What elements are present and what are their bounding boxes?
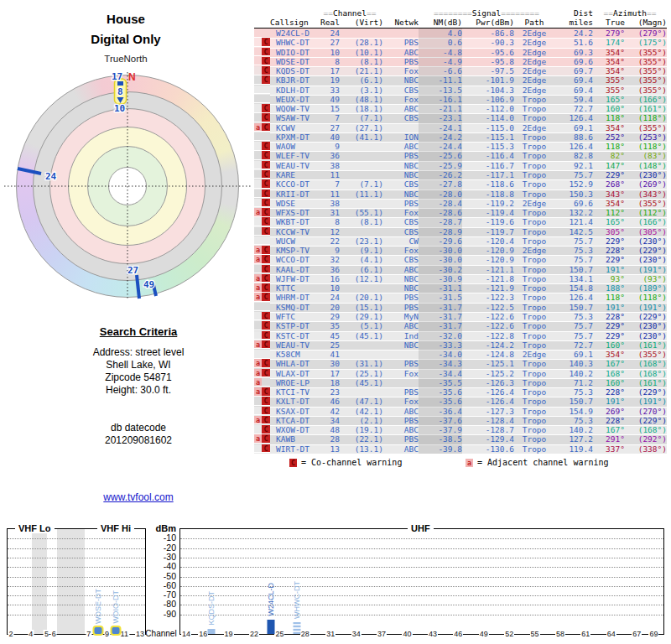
table-row: aCKTCA-DT34(2.1)PBS-37.6-128.4Tropo75.32… xyxy=(254,416,667,425)
signal-group-header: ========Signal======== xyxy=(419,8,554,18)
adjacent-warning-mark xyxy=(254,66,262,75)
adjacent-warning-mark xyxy=(254,75,262,85)
dbm-axis-title: dBm xyxy=(146,523,176,533)
vhf-gap-band-1 xyxy=(32,529,47,634)
adjacent-warning-mark: a xyxy=(254,274,262,283)
adjacent-warning-mark xyxy=(254,217,262,226)
network-cell: ABC xyxy=(383,444,419,454)
dbm-gridline xyxy=(180,586,663,587)
co-channel-warning-mark: C xyxy=(262,407,270,416)
uhf-band-label: UHF xyxy=(408,523,434,533)
tvfool-link[interactable]: www.tvfool.com xyxy=(59,491,218,503)
channel-group-header: ==Channel== xyxy=(316,8,383,18)
vhf-gap-band-2 xyxy=(57,529,85,634)
dbm-tick-label: -10 xyxy=(146,532,176,543)
adjacent-warning-mark: a xyxy=(254,208,262,217)
co-channel-warning-mark: C xyxy=(262,104,270,113)
channel-axis-label: Channel xyxy=(144,629,178,638)
table-row: aCWLAX-DT17(25.1)Fox-34.4-125.2Tropo140.… xyxy=(254,369,667,378)
table-row: CWQOW-TV15(18.1)ABC-21.1-112.0Tropo72.71… xyxy=(254,104,667,113)
adjacent-warning-mark xyxy=(254,38,262,47)
polar-channel-10-label: 10 xyxy=(114,103,125,114)
co-channel-warning-mark: C xyxy=(262,48,270,57)
polar-channel-8-label: 8 xyxy=(117,86,123,97)
dbm-gridline xyxy=(8,595,145,596)
co-channel-warning-mark: C xyxy=(262,179,270,189)
co-channel-warning-mark: C xyxy=(262,283,270,293)
channel-tick-label: 6 xyxy=(51,630,57,639)
co-channel-warning-mark: C xyxy=(262,387,270,397)
signal-table: ==Channel== ========Signal======== Dist … xyxy=(254,8,667,454)
table-row: aCKTCI-TV23PBS-35.6-126.4Tropo75.3228°(2… xyxy=(254,387,667,397)
table-row: W24CL-D244.0-86.82Edge24.2279°(279°) xyxy=(254,29,667,38)
channel-tick-label: 58 xyxy=(555,630,565,639)
adjacent-warning-mark xyxy=(254,227,262,236)
adjacent-warning-mark: a xyxy=(254,434,262,444)
col-header-miles: miles xyxy=(554,18,593,27)
co-channel-warning-mark: C xyxy=(262,397,270,406)
db-datecode-value: 201209081602 xyxy=(34,434,243,447)
dbm-gridline xyxy=(8,567,145,568)
virtual-channel-cell: (13.1) xyxy=(340,444,383,454)
co-channel-warning-mark: C xyxy=(262,246,270,255)
table-row: CKSTP-DT35(5.1)ABC-31.7-122.6Tropo75.722… xyxy=(254,321,667,330)
adjacent-warning-mark xyxy=(254,444,262,454)
co-channel-legend-text: = Co-channel warning xyxy=(301,458,402,467)
channel-tick-label: 7 xyxy=(86,630,91,639)
channel-tick-label: 19 xyxy=(224,630,234,639)
adjacent-channel-legend-text: = Adjacent channel warning xyxy=(477,458,609,467)
adjacent-warning-mark: a xyxy=(254,123,262,132)
table-row: CWKBT-DT8(8.1)CBS-28.7-119.6Tropo121.416… xyxy=(254,217,667,226)
co-channel-warning-mark: C xyxy=(262,66,270,75)
dbm-gridline xyxy=(8,558,145,558)
dbm-tick-label: -30 xyxy=(146,552,176,562)
channel-tick-label: 55 xyxy=(530,630,540,639)
table-row: CWIRT-DT13(13.1)ABC-39.8-130.6Tropo119.4… xyxy=(254,444,667,454)
adjacent-warning-mark: a xyxy=(254,359,262,368)
col-header-true: True xyxy=(593,18,625,27)
co-channel-warning-mark: C xyxy=(262,331,270,340)
col-header-path: Path xyxy=(514,18,554,27)
co-channel-warning-mark: C xyxy=(262,199,270,208)
table-row: KSMQ-DT20(15.1)PBS-31.7-122.5Tropo150.71… xyxy=(254,303,667,312)
adjacent-warning-mark xyxy=(254,104,262,113)
adjacent-warning-mark xyxy=(254,350,262,359)
col-header-callsign: Callsign xyxy=(270,18,316,27)
table-row: CKRII-DT11(11.1)NBC-28.0-118.8Tropo150.3… xyxy=(254,190,667,199)
polar-channel-49-label: 49 xyxy=(143,279,154,290)
table-row: CKCCO-DT7(7.1)CBS-27.8-118.6Tropo152.926… xyxy=(254,179,667,189)
adjacent-warning-mark: a xyxy=(254,416,262,425)
adjacent-warning-mark: a xyxy=(254,246,262,255)
adjacent-warning-mark: a xyxy=(254,293,262,302)
channel-tick-label: 16 xyxy=(198,630,208,639)
spectrum-bar-WDSE-DT xyxy=(94,627,101,634)
table-row: WEUX-DT49(48.1)Fox-16.1-106.9Tropo59.416… xyxy=(254,95,667,104)
adjacent-warning-mark xyxy=(254,236,262,246)
table-row: CWSAW-TV7(7.1)CBS-23.1-114.0Tropo126.411… xyxy=(254,113,667,122)
col-header-virt: (Virt) xyxy=(340,18,383,27)
table-row: CWDSE-DT8(8.1)PBS-4.9-95.82Edge69.6354°(… xyxy=(254,57,667,66)
channel-tick-label: 22 xyxy=(249,630,259,639)
co-channel-warning-mark: C xyxy=(262,113,270,122)
db-datecode: db datecode 201209081602 xyxy=(34,422,243,447)
spectrum-bar-WHWC-DT xyxy=(293,622,300,634)
channel-tick-label: 11 xyxy=(120,630,129,639)
dbm-gridline xyxy=(8,538,145,539)
spectrum-bar-label: WDSE-DT xyxy=(94,589,102,624)
col-header-real: Real xyxy=(316,18,340,27)
channel-tick-label: 49 xyxy=(479,630,489,639)
noise-margin-cell: -39.8 xyxy=(419,444,462,454)
table-row: CWDIO-DT10(10.1)ABC-4.8-95.62Edge69.3354… xyxy=(254,48,667,57)
table-row: CKAAL-DT36(6.1)ABC-30.2-121.1Tropo150.71… xyxy=(254,265,667,274)
path-cell: Tropo xyxy=(514,444,554,454)
table-row: aCWCCO-DT32(4.1)CBS-30.0-120.9Tropo75.72… xyxy=(254,255,667,264)
adjacent-warning-mark xyxy=(254,199,262,208)
table-row: K58CM41-34.0-124.82Edge69.1354°(355°) xyxy=(254,350,667,359)
adjacent-warning-mark xyxy=(254,48,262,57)
adjacent-warning-mark xyxy=(254,321,262,330)
adjacent-channel-warning-icon: a xyxy=(466,459,473,467)
adjacent-warning-mark xyxy=(254,179,262,189)
polar-channel-24-label: 24 xyxy=(45,171,57,182)
table-row: aCKMSP-TV9(9.1)Fox-30.0-120.92Edge75.322… xyxy=(254,246,667,255)
spectrum-bar-label: KQDS-DT xyxy=(207,591,216,626)
